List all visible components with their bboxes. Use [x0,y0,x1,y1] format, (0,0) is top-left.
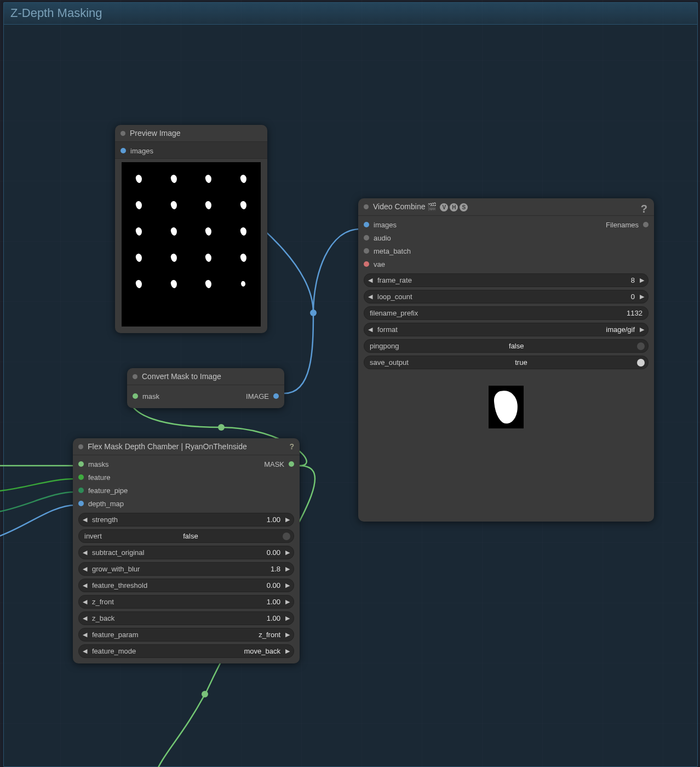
toggle-slot[interactable] [637,342,645,350]
decrement-icon[interactable]: ◀ [81,582,89,589]
increment-icon[interactable]: ▶ [284,648,291,655]
decrement-icon[interactable]: ◀ [81,516,89,523]
widget-filename_prefix[interactable]: filename_prefix1132 [364,306,649,320]
input-vae[interactable]: vae [358,258,411,270]
input-mask[interactable]: mask [127,390,159,402]
output-filenames[interactable]: Filenames [606,219,654,231]
widget-feature_param[interactable]: ◀feature_paramz_front▶ [78,628,294,642]
widget-format[interactable]: ◀formatimage/gif▶ [364,323,649,336]
collapse-icon[interactable] [121,131,125,136]
widget-value: true [515,358,530,367]
port-label: Filenames [606,221,639,229]
port-label: IMAGE [246,392,269,400]
widget-save_output[interactable]: save_outputtrue [364,356,649,369]
decrement-icon[interactable]: ◀ [81,565,89,573]
widget-grow_with_blur[interactable]: ◀grow_with_blur1.8▶ [78,562,294,576]
increment-icon[interactable]: ▶ [638,326,646,333]
input-feature[interactable]: feature [73,471,128,483]
widget-value[interactable]: 1.00 [267,598,284,606]
decrement-icon[interactable]: ◀ [366,277,374,284]
input-audio[interactable]: audio [358,232,411,244]
collapse-icon[interactable] [364,204,369,209]
increment-icon[interactable]: ▶ [284,598,291,605]
decrement-icon[interactable]: ◀ [81,631,89,638]
node-convert-mask-to-image[interactable]: Convert Mask to Image mask IMAGE [127,368,284,408]
input-images[interactable]: images [115,145,267,157]
widget-value[interactable]: 1.00 [267,516,284,524]
help-icon[interactable]: ? [641,203,647,215]
widget-value: false [509,342,527,350]
widget-value[interactable]: 0 [631,293,638,301]
node-preview-image[interactable]: Preview Image images [115,125,267,333]
input-feature-pipe[interactable]: feature_pipe [73,484,128,496]
widget-feature_mode[interactable]: ◀feature_modemove_back▶ [78,644,294,658]
widget-z_back[interactable]: ◀z_back1.00▶ [78,611,294,625]
widget-value[interactable]: 0.00 [267,581,284,589]
decrement-icon[interactable]: ◀ [366,293,374,300]
increment-icon[interactable]: ▶ [284,516,291,523]
node-header[interactable]: Video Combine 🎬 V H S ? [358,198,654,216]
help-icon[interactable]: ? [289,442,294,451]
widget-pingpong[interactable]: pingpongfalse [364,339,649,353]
widget-strength[interactable]: ◀strength1.00▶ [78,513,294,526]
widget-value[interactable]: 1132 [418,309,646,317]
decrement-icon[interactable]: ◀ [366,326,374,333]
node-header[interactable]: Flex Mask Depth Chamber | RyanOnTheInsid… [73,438,300,455]
output-image[interactable]: IMAGE [246,390,284,402]
node-flex-mask-depth-chamber[interactable]: Flex Mask Depth Chamber | RyanOnTheInsid… [73,438,300,663]
widget-feature_threshold[interactable]: ◀feature_threshold0.00▶ [78,579,294,592]
decrement-icon[interactable]: ◀ [81,648,89,655]
port-label: masks [88,460,109,468]
node-header[interactable]: Convert Mask to Image [127,368,284,385]
increment-icon[interactable]: ▶ [284,582,291,589]
decrement-icon[interactable]: ◀ [81,615,89,622]
widget-value[interactable]: move_back [244,647,284,655]
widget-label: frame_rate [374,276,412,284]
node-video-combine[interactable]: Video Combine 🎬 V H S ? images audio met… [358,198,654,522]
decrement-icon[interactable]: ◀ [81,549,89,556]
increment-icon[interactable]: ▶ [638,277,646,284]
increment-icon[interactable]: ▶ [284,631,291,638]
widget-label: subtract_original [89,548,144,557]
widget-loop_count[interactable]: ◀loop_count0▶ [364,290,649,304]
collapse-icon[interactable] [78,444,83,449]
node-title: Preview Image [130,129,181,138]
widget-invert[interactable]: invertfalse [78,529,294,543]
port-label: MASK [264,460,284,468]
widget-z_front[interactable]: ◀z_front1.00▶ [78,595,294,609]
input-images[interactable]: images [358,219,411,231]
group-title[interactable]: Z-Depth Masking [4,3,697,25]
node-graph-canvas[interactable]: Z-Depth Masking Preview Image images [0,0,700,767]
collapse-icon[interactable] [133,374,137,379]
widget-value[interactable]: z_front [259,631,284,639]
widget-value[interactable]: 8 [631,276,638,284]
widget-label: z_front [89,598,114,606]
widget-value[interactable]: 0.00 [267,548,284,557]
increment-icon[interactable]: ▶ [638,293,646,300]
increment-icon[interactable]: ▶ [284,565,291,573]
wire-junction[interactable] [218,424,225,431]
widget-value[interactable]: image/gif [606,325,638,334]
widget-value[interactable]: 1.8 [271,565,284,573]
widget-label: format [374,325,398,334]
input-depth-map[interactable]: depth_map [73,497,128,510]
widget-label: save_output [366,358,409,367]
decrement-icon[interactable]: ◀ [81,598,89,605]
input-masks[interactable]: masks [73,458,128,470]
widget-value[interactable]: 1.00 [267,614,284,622]
increment-icon[interactable]: ▶ [284,549,291,556]
node-title: Video Combine 🎬 V H S [373,202,468,211]
widget-subtract_original[interactable]: ◀subtract_original0.00▶ [78,546,294,559]
port-label: feature [88,473,110,482]
toggle-slot[interactable] [283,533,290,540]
port-label: vae [374,260,385,268]
input-meta-batch[interactable]: meta_batch [358,245,411,257]
widget-frame_rate[interactable]: ◀frame_rate8▶ [364,273,649,287]
wire-junction[interactable] [310,310,317,316]
node-header[interactable]: Preview Image [115,125,267,142]
wire-junction[interactable] [202,691,208,697]
output-mask[interactable]: MASK [264,458,300,470]
widget-label: feature_param [89,631,139,639]
increment-icon[interactable]: ▶ [284,615,291,622]
toggle-slot[interactable] [637,359,645,367]
